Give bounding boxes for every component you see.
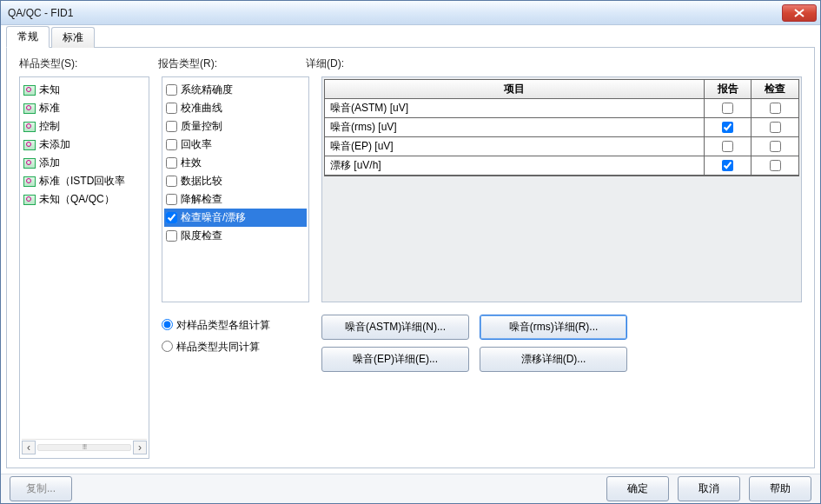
sample-scrollbar: ‹ ›	[22, 439, 147, 454]
cube-icon	[23, 195, 36, 205]
scroll-left-button[interactable]: ‹	[22, 441, 36, 454]
grid-cell-item: 噪音(rms) [uV]	[325, 118, 705, 137]
report-type-checkbox[interactable]	[166, 176, 177, 187]
report-type-item[interactable]: 检查噪音/漂移	[164, 209, 307, 227]
sample-type-list[interactable]: 未知标准控制未添加添加标准（ISTD回收率未知（QA/QC）	[22, 81, 147, 439]
cube-icon	[23, 122, 36, 132]
report-checkbox[interactable]	[722, 103, 733, 114]
report-type-checkbox[interactable]	[166, 157, 177, 169]
sample-type-item[interactable]: 控制	[22, 117, 147, 136]
report-type-item[interactable]: 系统精确度	[164, 81, 307, 99]
report-type-checkbox[interactable]	[166, 121, 177, 132]
grid-cell-report[interactable]	[705, 99, 751, 118]
grid-header-item: 项目	[325, 80, 705, 99]
sample-type-item[interactable]: 未知（QA/QC）	[22, 190, 147, 209]
report-type-item[interactable]: 限度检查	[164, 227, 307, 245]
noise-astm-detail-button[interactable]: 噪音(ASTM)详细(N)...	[321, 315, 469, 340]
report-type-label: 回收率	[181, 137, 212, 152]
check-checkbox[interactable]	[770, 141, 781, 152]
window: QA/QC - FID1 常规 标准 样品类型(S): 报告类型(R): 详细(…	[0, 0, 821, 504]
sample-type-label: 标准	[39, 101, 60, 116]
tab-page-general: 样品类型(S): 报告类型(R): 详细(D): 未知标准控制未添加添加标准（I…	[6, 48, 815, 468]
grid-header-report: 报告	[705, 80, 751, 99]
bottom-right: 确定 取消 帮助	[606, 476, 811, 501]
report-type-item[interactable]: 校准曲线	[164, 99, 307, 117]
cube-icon	[23, 140, 36, 150]
grid-row[interactable]: 噪音(ASTM) [uV]	[325, 99, 798, 118]
grid-cell-check[interactable]	[751, 118, 798, 137]
close-icon	[794, 9, 804, 17]
copy-button[interactable]: 复制...	[10, 476, 72, 501]
report-checkbox[interactable]	[722, 160, 733, 171]
drift-detail-button[interactable]: 漂移详细(D)...	[480, 347, 627, 372]
report-checkbox[interactable]	[722, 141, 733, 152]
scroll-right-button[interactable]: ›	[133, 441, 147, 454]
grid-cell-report[interactable]	[705, 118, 751, 137]
grid-cell-item: 漂移 [uV/h]	[325, 156, 705, 176]
detail-button-row-2: 噪音(EP)详细(E)... 漂移详细(D)...	[321, 347, 802, 372]
cancel-button[interactable]: 取消	[678, 476, 740, 501]
body-row: 未知标准控制未添加添加标准（ISTD回收率未知（QA/QC） ‹ › 系统精确度…	[19, 76, 802, 459]
check-checkbox[interactable]	[770, 103, 781, 114]
calc-mode-group: 对样品类型各组计算 样品类型共同计算	[162, 315, 309, 358]
grid-cell-report[interactable]	[705, 137, 751, 156]
close-button[interactable]	[782, 4, 817, 22]
sample-type-item[interactable]: 添加	[22, 154, 147, 172]
ok-button[interactable]: 确定	[606, 476, 669, 501]
sample-type-label: 添加	[39, 156, 60, 170]
report-type-checkbox[interactable]	[166, 212, 177, 223]
radio-per-sample-input[interactable]	[162, 319, 173, 330]
report-type-item[interactable]: 质量控制	[164, 117, 307, 136]
radio-shared[interactable]: 样品类型共同计算	[162, 336, 309, 358]
grid-cell-item: 噪音(EP) [uV]	[325, 137, 705, 156]
sample-type-label: 未添加	[39, 137, 70, 152]
report-type-checkbox[interactable]	[166, 139, 177, 150]
detail-grid-wrap: 项目报告检查噪音(ASTM) [uV]噪音(rms) [uV]噪音(EP) [u…	[321, 76, 802, 302]
report-type-label: 校准曲线	[181, 101, 222, 116]
sample-type-item[interactable]: 标准（ISTD回收率	[22, 172, 147, 190]
report-type-checkbox[interactable]	[166, 230, 177, 242]
report-type-list[interactable]: 系统精确度校准曲线质量控制回收率柱效数据比较降解检查检查噪音/漂移限度检查	[162, 76, 309, 302]
label-detail: 详细(D):	[306, 56, 344, 71]
noise-ep-detail-button[interactable]: 噪音(EP)详细(E)...	[321, 347, 469, 372]
noise-rms-detail-button[interactable]: 噪音(rms)详细(R)...	[480, 315, 627, 340]
radio-shared-input[interactable]	[162, 341, 173, 352]
cube-icon	[23, 158, 36, 169]
report-type-item[interactable]: 柱效	[164, 154, 307, 172]
sample-type-label: 未知（QA/QC）	[39, 192, 115, 207]
report-type-checkbox[interactable]	[166, 194, 177, 205]
tab-bar: 常规 标准	[6, 27, 815, 48]
tab-general[interactable]: 常规	[6, 26, 50, 48]
grid-cell-report[interactable]	[705, 156, 751, 176]
grid-header-check: 检查	[751, 80, 798, 99]
right-column: 项目报告检查噪音(ASTM) [uV]噪音(rms) [uV]噪音(EP) [u…	[321, 76, 802, 459]
grid-row[interactable]: 噪音(rms) [uV]	[325, 118, 798, 137]
grid-cell-check[interactable]	[751, 137, 798, 156]
tab-standard[interactable]: 标准	[51, 27, 95, 48]
column-headers: 样品类型(S): 报告类型(R): 详细(D):	[19, 56, 802, 71]
sample-type-item[interactable]: 未添加	[22, 136, 147, 154]
grid-row[interactable]: 噪音(EP) [uV]	[325, 137, 798, 156]
report-type-item[interactable]: 回收率	[164, 136, 307, 154]
sample-type-label: 标准（ISTD回收率	[39, 174, 125, 189]
report-type-item[interactable]: 数据比较	[164, 172, 307, 190]
check-checkbox[interactable]	[770, 122, 781, 133]
report-type-item[interactable]: 降解检查	[164, 190, 307, 209]
radio-per-sample[interactable]: 对样品类型各组计算	[162, 315, 309, 336]
grid-row[interactable]: 漂移 [uV/h]	[325, 156, 798, 176]
check-checkbox[interactable]	[770, 160, 781, 171]
label-sample-type: 样品类型(S):	[19, 56, 158, 71]
report-type-checkbox[interactable]	[166, 84, 177, 96]
grid-cell-check[interactable]	[751, 99, 798, 118]
detail-grid[interactable]: 项目报告检查噪音(ASTM) [uV]噪音(rms) [uV]噪音(EP) [u…	[324, 79, 799, 176]
report-type-checkbox[interactable]	[166, 103, 177, 114]
scroll-track[interactable]	[37, 444, 131, 451]
report-checkbox[interactable]	[722, 122, 733, 133]
grid-cell-check[interactable]	[751, 156, 798, 176]
help-button[interactable]: 帮助	[749, 476, 811, 501]
titlebar: QA/QC - FID1	[1, 1, 820, 25]
middle-column: 系统精确度校准曲线质量控制回收率柱效数据比较降解检查检查噪音/漂移限度检查 对样…	[162, 76, 309, 459]
sample-type-label: 未知	[39, 83, 60, 97]
sample-type-item[interactable]: 标准	[22, 99, 147, 117]
sample-type-item[interactable]: 未知	[22, 81, 147, 99]
